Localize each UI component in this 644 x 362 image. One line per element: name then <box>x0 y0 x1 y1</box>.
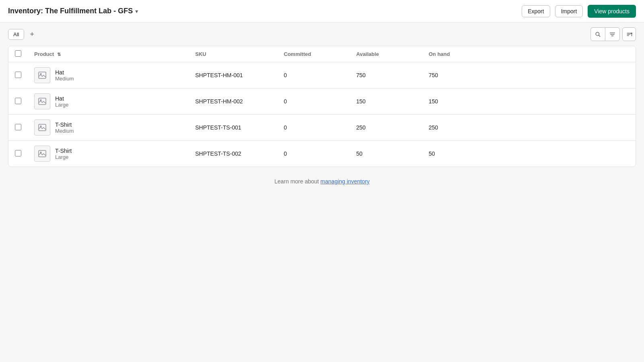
svg-line-1 <box>599 35 600 36</box>
table-row: Hat Large SHPTEST-HM-002 0 150 150 <box>8 88 636 115</box>
product-text: Hat Large <box>55 95 68 108</box>
row-committed-cell: 0 <box>277 88 350 115</box>
table-row: T-Shirt Large SHPTEST-TS-002 0 50 50 <box>8 141 636 167</box>
product-thumbnail <box>34 146 50 162</box>
row-checkbox-2[interactable] <box>15 124 21 130</box>
svg-point-12 <box>40 99 42 101</box>
product-thumbnail <box>34 119 50 136</box>
header-actions: Export Import View products <box>522 5 636 18</box>
row-committed-cell: 0 <box>277 62 350 88</box>
tab-all[interactable]: All <box>8 29 24 40</box>
toolbar-right <box>590 27 636 41</box>
svg-point-14 <box>40 125 42 127</box>
product-info: Hat Medium <box>34 67 182 83</box>
row-sku-cell: SHPTEST-TS-002 <box>189 141 277 167</box>
column-header-onhand: On hand <box>422 46 636 62</box>
product-info: Hat Large <box>34 93 182 109</box>
row-sku-cell: SHPTEST-HM-002 <box>189 88 277 115</box>
page-footer: Learn more about managing inventory <box>0 167 644 196</box>
product-thumbnail <box>34 93 50 109</box>
view-products-button[interactable]: View products <box>588 5 636 18</box>
row-product-cell: Hat Large <box>28 88 189 115</box>
row-available-cell: 250 <box>350 115 422 141</box>
row-committed-cell: 0 <box>277 115 350 141</box>
product-text: T-Shirt Large <box>55 148 72 160</box>
row-product-cell: T-Shirt Large <box>28 141 189 167</box>
row-onhand-cell: 150 <box>422 88 636 115</box>
row-sku-cell: SHPTEST-HM-001 <box>189 62 277 88</box>
row-available-cell: 150 <box>350 88 422 115</box>
product-variant: Medium <box>55 128 74 134</box>
row-checkbox-3[interactable] <box>15 150 21 156</box>
select-all-header <box>8 46 28 62</box>
table-header-row: Product ⇅ SKU Committed Available On han… <box>8 46 636 62</box>
export-button[interactable]: Export <box>522 5 550 17</box>
product-thumbnail <box>34 67 50 83</box>
column-header-product[interactable]: Product ⇅ <box>28 46 189 62</box>
product-name: Hat <box>55 95 68 102</box>
page-title: Inventory: The Fulfillment Lab - GFS <box>8 7 133 15</box>
product-info: T-Shirt Medium <box>34 119 182 136</box>
row-checkbox-cell <box>8 141 28 167</box>
row-checkbox-cell <box>8 62 28 88</box>
row-checkbox-1[interactable] <box>15 98 21 104</box>
product-name: Hat <box>55 69 74 76</box>
svg-point-16 <box>40 152 42 153</box>
product-name: T-Shirt <box>55 121 74 128</box>
product-text: Hat Medium <box>55 69 74 82</box>
sort-icon <box>626 31 632 37</box>
product-sort-icon: ⇅ <box>57 52 61 57</box>
product-variant: Large <box>55 102 68 108</box>
filter-button[interactable] <box>605 28 619 41</box>
row-checkbox-0[interactable] <box>15 72 21 78</box>
page-header: Inventory: The Fulfillment Lab - GFS ▾ E… <box>0 0 644 23</box>
table-row: Hat Medium SHPTEST-HM-001 0 750 750 <box>8 62 636 88</box>
toolbar-left: All + <box>8 29 37 40</box>
footer-text: Learn more about <box>275 178 320 185</box>
table-row: T-Shirt Medium SHPTEST-TS-001 0 250 250 <box>8 115 636 141</box>
row-onhand-cell: 750 <box>422 62 636 88</box>
row-available-cell: 750 <box>350 62 422 88</box>
search-button[interactable] <box>591 28 605 41</box>
product-variant: Medium <box>55 76 74 82</box>
column-header-available: Available <box>350 46 422 62</box>
column-header-committed: Committed <box>277 46 350 62</box>
header-title-group: Inventory: The Fulfillment Lab - GFS ▾ <box>8 7 138 15</box>
import-button[interactable]: Import <box>555 5 583 17</box>
search-icon <box>595 31 601 37</box>
product-text: T-Shirt Medium <box>55 121 74 134</box>
row-checkbox-cell <box>8 115 28 141</box>
row-sku-cell: SHPTEST-TS-001 <box>189 115 277 141</box>
svg-point-10 <box>40 73 42 75</box>
search-filter-group <box>590 27 620 41</box>
product-name: T-Shirt <box>55 148 72 154</box>
managing-inventory-link[interactable]: managing inventory <box>320 178 369 185</box>
row-product-cell: T-Shirt Medium <box>28 115 189 141</box>
inventory-table: Product ⇅ SKU Committed Available On han… <box>8 46 636 167</box>
row-checkbox-cell <box>8 88 28 115</box>
sort-button[interactable] <box>622 27 636 41</box>
row-product-cell: Hat Medium <box>28 62 189 88</box>
row-onhand-cell: 250 <box>422 115 636 141</box>
title-dropdown-icon[interactable]: ▾ <box>135 8 138 14</box>
product-variant: Large <box>55 154 72 160</box>
row-available-cell: 50 <box>350 141 422 167</box>
row-onhand-cell: 50 <box>422 141 636 167</box>
filter-icon <box>609 31 615 37</box>
inventory-table-container: Product ⇅ SKU Committed Available On han… <box>8 46 636 167</box>
column-header-sku: SKU <box>189 46 277 62</box>
select-all-checkbox[interactable] <box>15 50 21 57</box>
add-filter-button[interactable]: + <box>27 29 37 39</box>
row-committed-cell: 0 <box>277 141 350 167</box>
product-info: T-Shirt Large <box>34 146 182 162</box>
toolbar: All + <box>0 23 644 46</box>
